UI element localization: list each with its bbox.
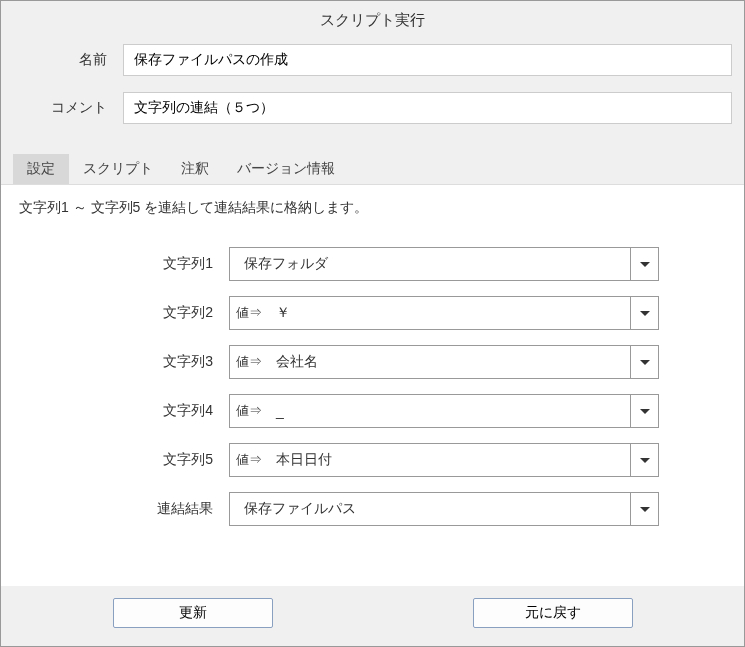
param-row-string1: 文字列1 保存フォルダ <box>19 247 726 281</box>
header-fields: 名前 コメント <box>1 44 744 154</box>
chevron-down-icon[interactable] <box>630 444 658 476</box>
combo-prefix: 値⇒ <box>230 402 268 420</box>
param-row-string2: 文字列2 値⇒ ￥ <box>19 296 726 330</box>
param-combo-string3[interactable]: 値⇒ 会社名 <box>229 345 659 379</box>
chevron-down-icon[interactable] <box>630 493 658 525</box>
combo-prefix: 値⇒ <box>230 353 268 371</box>
param-combo-string4[interactable]: 値⇒ _ <box>229 394 659 428</box>
chevron-down-icon[interactable] <box>630 248 658 280</box>
param-label: 文字列4 <box>19 402 229 420</box>
name-input[interactable] <box>123 44 732 76</box>
tab-version[interactable]: バージョン情報 <box>223 154 349 184</box>
param-label: 文字列1 <box>19 255 229 273</box>
revert-button[interactable]: 元に戻す <box>473 598 633 628</box>
combo-value: 本日日付 <box>268 451 630 469</box>
param-combo-string5[interactable]: 値⇒ 本日日付 <box>229 443 659 477</box>
combo-value: 保存フォルダ <box>230 255 630 273</box>
update-button[interactable]: 更新 <box>113 598 273 628</box>
param-combo-string2[interactable]: 値⇒ ￥ <box>229 296 659 330</box>
param-label: 文字列5 <box>19 451 229 469</box>
combo-prefix: 値⇒ <box>230 451 268 469</box>
combo-value: ￥ <box>268 304 630 322</box>
combo-prefix: 値⇒ <box>230 304 268 322</box>
param-label: 連結結果 <box>19 500 229 518</box>
param-row-string3: 文字列3 値⇒ 会社名 <box>19 345 726 379</box>
combo-value: 保存ファイルパス <box>230 500 630 518</box>
name-row: 名前 <box>13 44 732 76</box>
name-label: 名前 <box>13 51 123 69</box>
comment-row: コメント <box>13 92 732 124</box>
tab-settings[interactable]: 設定 <box>13 154 69 184</box>
param-row-string4: 文字列4 値⇒ _ <box>19 394 726 428</box>
settings-description: 文字列1 ～ 文字列5 を連結して連結結果に格納します。 <box>19 199 726 217</box>
script-exec-dialog: スクリプト実行 名前 コメント 設定 スクリプト 注釈 バージョン情報 文字列1… <box>0 0 745 647</box>
param-label: 文字列2 <box>19 304 229 322</box>
chevron-down-icon[interactable] <box>630 297 658 329</box>
chevron-down-icon[interactable] <box>630 395 658 427</box>
tab-annotation[interactable]: 注釈 <box>167 154 223 184</box>
param-combo-string1[interactable]: 保存フォルダ <box>229 247 659 281</box>
param-combo-result[interactable]: 保存ファイルパス <box>229 492 659 526</box>
tab-bar: 設定 スクリプト 注釈 バージョン情報 <box>1 154 744 184</box>
comment-label: コメント <box>13 99 123 117</box>
settings-panel: 文字列1 ～ 文字列5 を連結して連結結果に格納します。 文字列1 保存フォルダ… <box>1 184 744 586</box>
combo-value: 会社名 <box>268 353 630 371</box>
comment-input[interactable] <box>123 92 732 124</box>
param-row-string5: 文字列5 値⇒ 本日日付 <box>19 443 726 477</box>
param-row-result: 連結結果 保存ファイルパス <box>19 492 726 526</box>
param-label: 文字列3 <box>19 353 229 371</box>
chevron-down-icon[interactable] <box>630 346 658 378</box>
combo-value: _ <box>268 403 630 419</box>
tab-script[interactable]: スクリプト <box>69 154 167 184</box>
dialog-title: スクリプト実行 <box>1 1 744 44</box>
button-bar: 更新 元に戻す <box>1 586 744 646</box>
